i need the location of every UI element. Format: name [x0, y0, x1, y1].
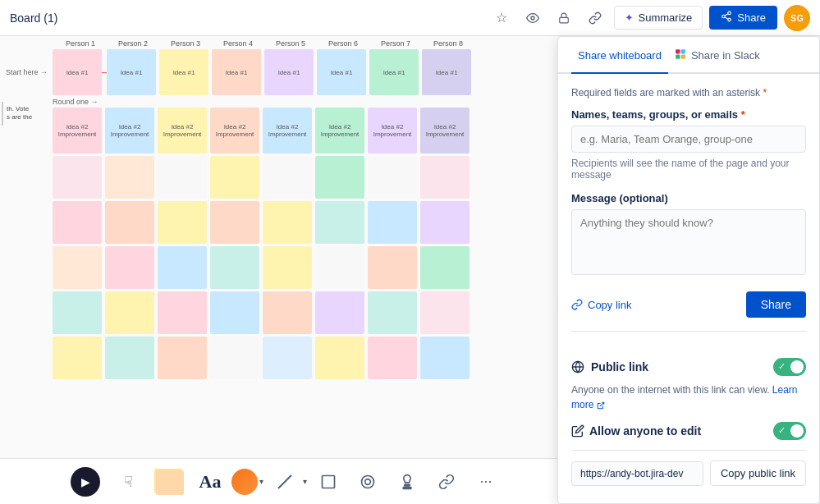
select-tool[interactable] [350, 464, 386, 500]
person-header-7: Person 7 [371, 39, 420, 48]
allow-edit-toggle[interactable]: ✓ [773, 422, 806, 440]
svg-point-10 [362, 475, 374, 488]
allow-edit-label: Allow anyone to edit [571, 424, 701, 438]
note-row6-5 [263, 291, 312, 334]
names-input[interactable] [571, 126, 806, 153]
note-row3-7 [368, 156, 417, 199]
sticky-notes-tool[interactable] [149, 464, 189, 500]
person-header-1: Person 1 [56, 39, 105, 48]
play-button[interactable]: ▶ [71, 467, 100, 497]
idea2-note-8: Idea #2Improvement [420, 108, 470, 153]
sparkle-icon: ✦ [625, 11, 634, 24]
note-row7-1 [53, 337, 102, 379]
copy-public-link-button[interactable]: Copy public link [710, 460, 806, 486]
person-header-2: Person 2 [108, 39, 158, 48]
avatar[interactable]: SG [784, 5, 810, 31]
share-button-top[interactable]: Share [709, 6, 777, 30]
copy-share-row: Copy link Share [571, 291, 806, 332]
color-picker[interactable] [231, 469, 258, 495]
link-tool[interactable] [428, 464, 465, 500]
svg-line-6 [725, 14, 728, 16]
idea-note-1-3: Idea #1 [159, 49, 208, 95]
note-row6-8 [420, 291, 470, 334]
summarize-button[interactable]: ✦ Summarize [614, 6, 703, 30]
lock-icon[interactable] [552, 6, 576, 30]
message-label: Message (optional) [571, 192, 806, 204]
note-row5-1 [53, 246, 102, 289]
note-row5-5 [263, 246, 312, 289]
note-row3-1 [53, 156, 102, 199]
share-submit-button[interactable]: Share [746, 291, 806, 318]
shape-tool[interactable] [310, 464, 346, 500]
note-row3-6 [315, 156, 364, 199]
note-row7-2 [105, 337, 154, 379]
idea2-note-3: Idea #2Improvement [158, 108, 207, 153]
tab-share-whiteboard[interactable]: Share whiteboard [571, 37, 668, 74]
board-title: Board (1) [10, 11, 57, 25]
note-row4-4 [210, 201, 259, 244]
person-header-5: Person 5 [266, 39, 315, 48]
note-row3-2 [105, 156, 154, 199]
required-note: Required fields are marked with an aster… [571, 87, 806, 99]
svg-rect-16 [680, 55, 685, 59]
public-link-title: Public link [571, 360, 648, 373]
idea-note-1-8: Idea #1 [422, 49, 471, 95]
public-link-toggle[interactable]: ✓ [773, 358, 806, 376]
idea-note-1-2: Idea #1 [107, 49, 156, 95]
note-row5-2 [105, 246, 154, 289]
note-row6-7 [368, 291, 417, 334]
note-row7-3 [158, 337, 207, 379]
note-row3-5 [263, 156, 312, 199]
note-row5-8 [420, 246, 470, 289]
svg-rect-14 [680, 49, 685, 53]
public-link-section: Public link ✓ Anyone on the internet wit… [558, 345, 819, 499]
note-row4-7 [368, 201, 417, 244]
idea-note-1-4: Idea #1 [212, 49, 261, 95]
text-tool-icon: Aa [199, 471, 222, 493]
public-link-description: Anyone on the internet with this link ca… [571, 383, 806, 412]
note-row6-6 [315, 291, 364, 334]
line-tool-group[interactable]: ▾ [267, 464, 307, 500]
hand-tool[interactable]: ☟ [110, 464, 146, 500]
svg-line-5 [725, 17, 728, 19]
svg-line-19 [600, 402, 604, 406]
tab-share-slack[interactable]: Share in Slack [668, 37, 767, 74]
color-tool-group[interactable]: ▾ [231, 469, 263, 495]
svg-rect-11 [405, 484, 410, 486]
person-header-8: Person 8 [424, 39, 473, 48]
star-icon[interactable]: ☆ [489, 6, 514, 30]
slack-icon [675, 48, 686, 62]
note-row7-6 [315, 337, 364, 379]
line-tool[interactable] [267, 464, 303, 500]
svg-rect-8 [323, 475, 335, 488]
note-row5-4 [210, 246, 259, 289]
idea2-note-5: Idea #2Improvement [263, 108, 312, 153]
public-url-input[interactable] [571, 461, 703, 486]
idea-note-1-6: Idea #1 [317, 49, 366, 95]
text-tool[interactable]: Aa [192, 464, 228, 500]
note-row5-6 [315, 246, 364, 289]
chain-icon[interactable] [583, 6, 607, 30]
svg-point-4 [728, 18, 731, 21]
note-row6-2 [105, 291, 154, 334]
share-tabs: Share whiteboard Share in Slack [558, 37, 819, 74]
svg-rect-15 [676, 55, 680, 59]
note-row4-5 [263, 201, 312, 244]
svg-rect-12 [403, 487, 411, 488]
svg-point-2 [728, 11, 731, 14]
more-tools-button[interactable]: ··· [468, 464, 504, 500]
copy-link-button[interactable]: Copy link [571, 299, 631, 311]
idea2-note-6: Idea #2Improvement [315, 108, 364, 153]
idea2-note-7: Idea #2Improvement [368, 108, 417, 153]
note-row4-8 [420, 201, 470, 244]
message-textarea[interactable] [571, 209, 806, 275]
stamp-tool[interactable] [389, 464, 425, 500]
idea-note-1-1: Idea #1 [53, 49, 102, 95]
idea-note-1-7: Idea #1 [369, 49, 419, 95]
idea2-note-2: Idea #2Improvement [105, 108, 154, 153]
svg-point-9 [365, 479, 371, 484]
bottom-toolbar: ▶ ☟ Aa ▾ ▾ [0, 458, 575, 504]
note-row4-2 [105, 201, 154, 244]
public-link-header: Public link ✓ [571, 358, 806, 376]
eye-icon[interactable] [520, 6, 545, 30]
